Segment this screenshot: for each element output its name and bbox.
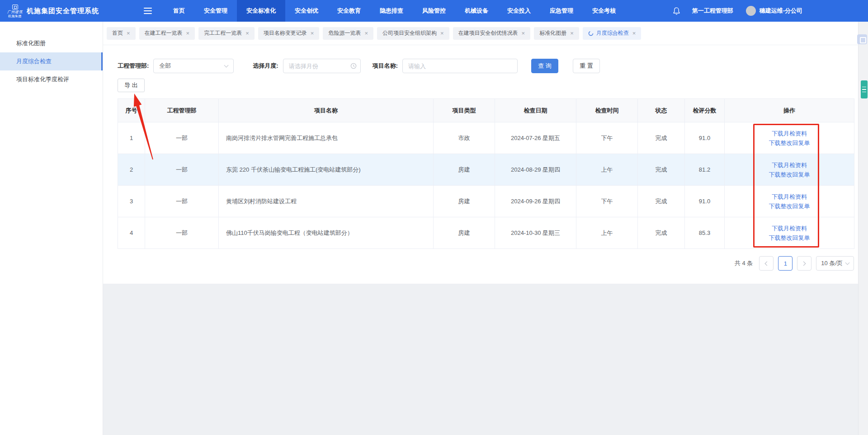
table-wrap: 序号工程管理部项目名称项目类型检查日期检查时间状态检评分数操作 1一部南岗河排涝… [118,98,854,249]
tab[interactable]: 公司项目安全组织架构× [377,27,449,40]
row-time: 下午 [576,122,638,154]
logo-emblem-icon [12,5,18,9]
action-link[interactable]: 下载月检资料 [725,192,854,201]
close-icon[interactable]: × [186,30,190,36]
company-logo: 广州建筑 机施集团 [7,5,23,18]
row-name: 佛山110千伏马岗输变电工程（变电站建筑部分） [219,217,434,249]
row-status: 完成 [638,154,685,186]
tab-label: 项目名称变更记录 [264,29,307,37]
pagination: 共 4 条 1 10 条/页 [118,256,854,271]
current-page-button[interactable]: 1 [778,256,793,271]
row-dept: 一部 [145,186,219,217]
notification-bell-icon[interactable] [673,7,680,15]
tab-label: 在建工程一览表 [145,29,183,37]
nav-item[interactable]: 安全标准化 [237,0,285,22]
action-link[interactable]: 下载月检资料 [725,160,854,170]
close-icon[interactable]: × [440,30,444,36]
action-link[interactable]: 下载整改回复单 [725,138,854,148]
avatar[interactable] [746,6,756,16]
tab[interactable]: 完工工程一览表× [198,27,255,40]
nav-item[interactable]: 隐患排查 [370,0,413,22]
close-icon[interactable]: × [570,30,574,36]
chevron-left-icon [765,261,769,266]
row-index: 3 [118,186,145,217]
chevron-down-icon [224,63,229,68]
floating-widget[interactable] [861,80,868,98]
nav-item[interactable]: 应急管理 [540,0,583,22]
nav-item[interactable]: 机械设备 [455,0,498,22]
tab[interactable]: 危险源一览表× [323,27,373,40]
sidebar-item[interactable]: 月度综合检查 [0,52,103,70]
tab-label: 月度综合检查 [596,29,629,37]
table-row: 2一部东莞 220 千伏茶山输变电工程施工(变电站建筑部分)房建2024-08-… [118,154,854,186]
project-name-wrap [402,59,518,73]
nav-item[interactable]: 风险管控 [413,0,455,22]
department-select[interactable]: 全部 [153,59,234,73]
export-button[interactable]: 导 出 [118,79,145,92]
tab[interactable]: 项目名称变更记录× [258,27,320,40]
tab-label: 首页 [112,29,123,37]
nav-item[interactable]: 安全考核 [583,0,625,22]
row-date: 2024-07-26 星期五 [495,122,576,154]
tab[interactable]: 首页× [107,27,136,40]
user-company-name[interactable]: 穗建运维-分公司 [760,7,802,15]
lock-icon[interactable] [857,34,867,44]
nav-item[interactable]: 安全创优 [285,0,328,22]
department-select-value: 全部 [159,62,225,70]
sidebar-item[interactable]: 项目标准化季度检评 [0,70,103,89]
topbar: 广州建筑 机施集团 机施集团安全管理系统 首页安全管理安全标准化安全创优安全教育… [0,0,868,22]
column-header: 检查时间 [576,99,638,122]
row-time: 上午 [576,217,638,249]
prev-page-button[interactable] [759,256,774,271]
nav-item[interactable]: 首页 [164,0,194,22]
tab[interactable]: 月度综合检查× [583,27,642,40]
row-name: 黄埔区刘村消防站建设工程 [219,186,434,217]
content-panel: 工程管理部: 全部 选择月度: 项目名称: 查 询 重 置 [103,45,858,284]
nav-item[interactable]: 安全教育 [328,0,370,22]
row-actions: 下载月检资料下载整改回复单 [725,122,854,154]
sidebar: 标准化图册月度综合检查项目标准化季度检评 [0,22,103,435]
page-size-select[interactable]: 10 条/页 [816,256,854,271]
project-name-input[interactable] [402,59,518,73]
row-index: 1 [118,122,145,154]
nav-item[interactable]: 安全管理 [194,0,237,22]
action-link[interactable]: 下载月检资料 [725,224,854,233]
row-dept: 一部 [145,154,219,186]
sidebar-item[interactable]: 标准化图册 [0,34,103,52]
close-icon[interactable]: × [311,30,314,36]
close-icon[interactable]: × [522,30,525,36]
nav-item[interactable]: 安全投入 [498,0,540,22]
tab[interactable]: 标准化图册× [534,27,579,40]
tab[interactable]: 在建工程一览表× [139,27,195,40]
row-type: 房建 [434,186,495,217]
column-header: 检评分数 [685,99,725,122]
action-link[interactable]: 下载月检资料 [725,129,854,138]
row-name: 南岗河排涝片排水管网完善工程施工总承包 [219,122,434,154]
row-score: 91.0 [685,122,725,154]
tab[interactable]: 在建项目安全创优情况表× [453,27,531,40]
department-name[interactable]: 第一工程管理部 [692,7,733,15]
pagination-total: 共 4 条 [735,259,753,267]
brand: 广州建筑 机施集团 机施集团安全管理系统 [0,0,103,22]
action-link[interactable]: 下载整改回复单 [725,170,854,179]
action-link[interactable]: 下载整改回复单 [725,201,854,211]
app-title: 机施集团安全管理系统 [27,7,99,15]
search-button[interactable]: 查 询 [531,59,558,73]
month-picker-input[interactable] [283,59,361,73]
action-link[interactable]: 下载整改回复单 [725,233,854,243]
row-actions: 下载月检资料下载整改回复单 [725,217,854,249]
close-icon[interactable]: × [632,30,636,36]
close-icon[interactable]: × [245,30,249,36]
close-icon[interactable]: × [364,30,368,36]
main-area: 首页×在建工程一览表×完工工程一览表×项目名称变更记录×危险源一览表×公司项目安… [103,22,858,435]
next-page-button[interactable] [797,256,811,271]
logo-line1: 广州建筑 [7,10,23,14]
column-header: 操作 [725,99,854,122]
app-root: 广州建筑 机施集团 机施集团安全管理系统 首页安全管理安全标准化安全创优安全教育… [0,0,868,435]
close-icon[interactable]: × [127,30,130,36]
menu-collapse-icon[interactable] [144,8,152,14]
row-type: 市政 [434,122,495,154]
month-filter-label: 选择月度: [253,62,278,70]
filter-row: 工程管理部: 全部 选择月度: 项目名称: 查 询 重 置 [103,59,858,73]
reset-button[interactable]: 重 置 [573,59,600,73]
